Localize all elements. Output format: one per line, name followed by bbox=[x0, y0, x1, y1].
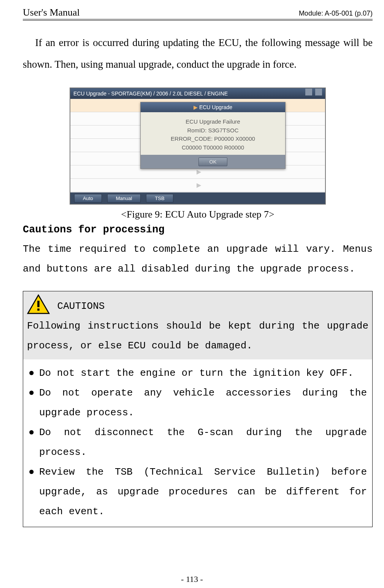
bullet-icon: ● bbox=[29, 462, 39, 521]
caution-item: ●Do not start the engine or turn the ign… bbox=[29, 363, 367, 383]
page-header: User's Manual Module: A-05-001 (p.07) bbox=[23, 7, 373, 21]
section-body: The time required to complete an upgrade… bbox=[23, 239, 373, 279]
intro-paragraph: If an error is occurred during updating … bbox=[23, 32, 373, 75]
caution-box: CAUTIONS Following instructions should b… bbox=[23, 291, 373, 527]
home-icon[interactable] bbox=[305, 89, 312, 95]
screenshot: ECU Upgrade - SPORTAGE(KM) / 2006 / 2.0L… bbox=[70, 88, 325, 204]
camera-icon[interactable] bbox=[315, 89, 322, 95]
ok-button[interactable]: OK bbox=[198, 157, 228, 166]
screenshot-title-text: ECU Upgrade - SPORTAGE(KM) / 2006 / 2.0L… bbox=[73, 88, 228, 99]
page-footer: - 113 - bbox=[0, 574, 384, 584]
header-right: Module: A-05-001 (p.07) bbox=[299, 10, 373, 17]
list-item: ▶ bbox=[70, 179, 325, 192]
dialog-titlebar: ▶ECU Upgrade bbox=[141, 102, 285, 112]
triangle-icon: ▶ bbox=[197, 182, 201, 188]
warning-icon bbox=[27, 294, 50, 314]
triangle-icon: ▶ bbox=[197, 168, 201, 175]
caution-item: ●Review the TSB (Technical Service Bulle… bbox=[29, 462, 367, 521]
caution-item-text: Do not start the engine or turn the igni… bbox=[39, 363, 367, 383]
dialog-body: ECU Upgrade Failure RomID: S3G7TSOC ERRO… bbox=[141, 112, 285, 155]
screenshot-titlebar: ECU Upgrade - SPORTAGE(KM) / 2006 / 2.0L… bbox=[70, 88, 325, 99]
caution-item-text: Do not operate any vehicle accessories d… bbox=[39, 383, 367, 423]
header-left: User's Manual bbox=[23, 7, 80, 18]
caution-intro: Following instructions should be kept du… bbox=[27, 320, 368, 351]
caution-header: CAUTIONS Following instructions should b… bbox=[23, 291, 372, 359]
figure-caption: <Figure 9: ECU Auto Upgrade step 7> bbox=[23, 209, 373, 220]
dialog-line: C00000 T00000 R00000 bbox=[143, 143, 283, 152]
dialog-line: ECU Upgrade Failure bbox=[143, 118, 283, 126]
dialog-buttons: OK bbox=[141, 155, 285, 168]
caution-list: ●Do not start the engine or turn the ign… bbox=[23, 359, 372, 527]
caution-item: ●Do not disconnect the G-scan during the… bbox=[29, 423, 367, 462]
bullet-icon: ● bbox=[29, 423, 39, 462]
dialog-title-text: ECU Upgrade bbox=[199, 104, 232, 110]
dialog-line: ERROR_CODE: P00000 X00000 bbox=[143, 135, 283, 143]
caution-item-text: Do not disconnect the G-scan during the … bbox=[39, 423, 367, 462]
titlebar-icons bbox=[304, 88, 322, 99]
svg-rect-1 bbox=[37, 301, 40, 307]
bullet-icon: ● bbox=[29, 383, 39, 423]
tab-manual[interactable]: Manual bbox=[107, 194, 141, 203]
screenshot-tabs: Auto Manual TSB bbox=[70, 192, 325, 204]
section-heading: Cautions for processing bbox=[23, 224, 373, 235]
caution-item: ●Do not operate any vehicle accessories … bbox=[29, 383, 367, 423]
triangle-icon: ▶ bbox=[194, 104, 198, 110]
page: User's Manual Module: A-05-001 (p.07) If… bbox=[0, 0, 384, 588]
tab-tsb[interactable]: TSB bbox=[146, 194, 173, 203]
bullet-icon: ● bbox=[29, 363, 39, 383]
figure: ECU Upgrade - SPORTAGE(KM) / 2006 / 2.0L… bbox=[23, 88, 373, 220]
caution-item-text: Review the TSB (Technical Service Bullet… bbox=[39, 462, 367, 521]
svg-rect-2 bbox=[37, 309, 40, 311]
dialog-line: RomID: S3G7TSOC bbox=[143, 126, 283, 135]
dialog: ▶ECU Upgrade ECU Upgrade Failure RomID: … bbox=[140, 102, 286, 169]
caution-label: CAUTIONS bbox=[57, 300, 105, 312]
tab-auto[interactable]: Auto bbox=[74, 194, 102, 203]
